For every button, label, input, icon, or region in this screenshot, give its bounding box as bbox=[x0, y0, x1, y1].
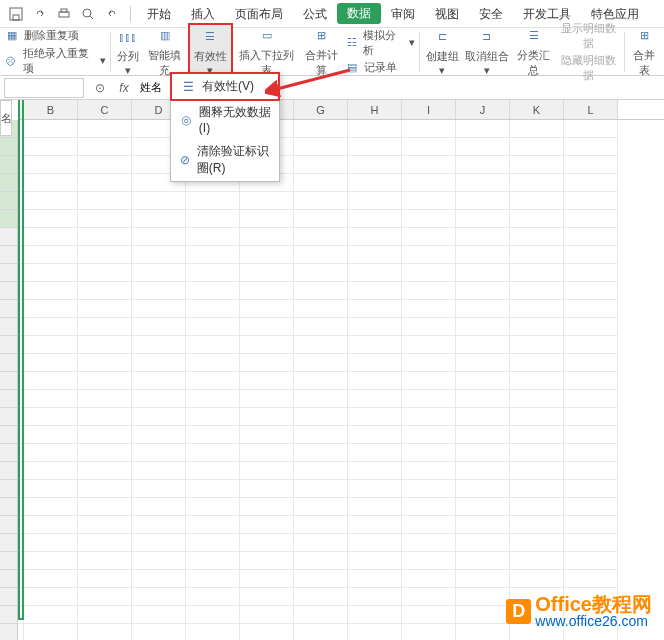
cell[interactable] bbox=[294, 588, 348, 606]
cell[interactable] bbox=[186, 300, 240, 318]
cell[interactable] bbox=[186, 516, 240, 534]
cell[interactable] bbox=[132, 246, 186, 264]
cell[interactable] bbox=[78, 156, 132, 174]
cell[interactable] bbox=[348, 138, 402, 156]
cell[interactable] bbox=[78, 624, 132, 640]
cell[interactable] bbox=[402, 156, 456, 174]
cell[interactable] bbox=[24, 372, 78, 390]
row-header[interactable] bbox=[0, 462, 18, 480]
cell[interactable] bbox=[564, 516, 618, 534]
cell[interactable] bbox=[240, 588, 294, 606]
cell[interactable] bbox=[348, 354, 402, 372]
cell[interactable] bbox=[24, 606, 78, 624]
cell[interactable] bbox=[78, 300, 132, 318]
cell[interactable] bbox=[294, 480, 348, 498]
cell[interactable] bbox=[564, 372, 618, 390]
cell[interactable] bbox=[402, 120, 456, 138]
cell[interactable] bbox=[402, 228, 456, 246]
cell[interactable] bbox=[402, 138, 456, 156]
cell[interactable] bbox=[132, 606, 186, 624]
cell[interactable] bbox=[294, 318, 348, 336]
cell[interactable] bbox=[78, 192, 132, 210]
cell[interactable] bbox=[510, 516, 564, 534]
cell[interactable] bbox=[564, 210, 618, 228]
cell[interactable] bbox=[456, 138, 510, 156]
cell[interactable] bbox=[240, 354, 294, 372]
tab-view[interactable]: 视图 bbox=[425, 0, 469, 28]
cell[interactable] bbox=[24, 570, 78, 588]
cell[interactable] bbox=[348, 156, 402, 174]
cell[interactable] bbox=[78, 318, 132, 336]
cell[interactable] bbox=[564, 174, 618, 192]
row-header[interactable] bbox=[0, 408, 18, 426]
cell[interactable] bbox=[294, 282, 348, 300]
cell[interactable] bbox=[294, 606, 348, 624]
cell[interactable] bbox=[294, 192, 348, 210]
cell[interactable] bbox=[510, 210, 564, 228]
cell[interactable] bbox=[348, 606, 402, 624]
row-header[interactable] bbox=[0, 588, 18, 606]
cell[interactable] bbox=[348, 534, 402, 552]
cell[interactable] bbox=[294, 210, 348, 228]
cell[interactable] bbox=[132, 624, 186, 640]
cell[interactable] bbox=[564, 264, 618, 282]
cell[interactable] bbox=[402, 570, 456, 588]
cell[interactable] bbox=[402, 174, 456, 192]
cell[interactable] bbox=[294, 354, 348, 372]
row-header[interactable] bbox=[0, 390, 18, 408]
cell[interactable] bbox=[186, 480, 240, 498]
cell[interactable] bbox=[348, 480, 402, 498]
cell[interactable] bbox=[24, 462, 78, 480]
cell[interactable] bbox=[510, 120, 564, 138]
cell[interactable] bbox=[186, 552, 240, 570]
cell[interactable] bbox=[78, 228, 132, 246]
cell[interactable] bbox=[186, 210, 240, 228]
row-header[interactable] bbox=[0, 354, 18, 372]
cell[interactable] bbox=[564, 318, 618, 336]
cell[interactable] bbox=[564, 120, 618, 138]
cell[interactable] bbox=[240, 480, 294, 498]
cell[interactable] bbox=[348, 462, 402, 480]
split-column-button[interactable]: ⫿⫿⫿ 分列▾ bbox=[115, 27, 142, 77]
cell[interactable] bbox=[24, 444, 78, 462]
cell[interactable] bbox=[564, 354, 618, 372]
cell[interactable] bbox=[78, 174, 132, 192]
cell[interactable] bbox=[186, 282, 240, 300]
cell[interactable] bbox=[78, 552, 132, 570]
cell[interactable] bbox=[186, 606, 240, 624]
cell[interactable] bbox=[510, 498, 564, 516]
cell[interactable] bbox=[294, 534, 348, 552]
cell[interactable] bbox=[78, 480, 132, 498]
cell[interactable] bbox=[78, 210, 132, 228]
cell[interactable] bbox=[132, 282, 186, 300]
row-header[interactable] bbox=[0, 228, 18, 246]
cell[interactable] bbox=[24, 480, 78, 498]
cell[interactable] bbox=[186, 372, 240, 390]
cell[interactable] bbox=[348, 336, 402, 354]
cell[interactable] bbox=[294, 138, 348, 156]
cell[interactable] bbox=[348, 624, 402, 640]
row-header[interactable] bbox=[0, 444, 18, 462]
row-header[interactable] bbox=[0, 336, 18, 354]
cell[interactable] bbox=[348, 174, 402, 192]
cell[interactable] bbox=[78, 390, 132, 408]
cell[interactable] bbox=[348, 498, 402, 516]
cell[interactable] bbox=[402, 516, 456, 534]
cell[interactable] bbox=[132, 336, 186, 354]
cell[interactable] bbox=[456, 498, 510, 516]
col-header-k[interactable]: K bbox=[510, 100, 564, 119]
row-header[interactable] bbox=[0, 570, 18, 588]
cell[interactable] bbox=[132, 534, 186, 552]
row-header[interactable] bbox=[0, 606, 18, 624]
cell[interactable] bbox=[348, 318, 402, 336]
cell[interactable] bbox=[240, 570, 294, 588]
cell[interactable] bbox=[132, 408, 186, 426]
cell[interactable] bbox=[186, 228, 240, 246]
cell[interactable] bbox=[78, 354, 132, 372]
cell[interactable] bbox=[294, 336, 348, 354]
cell[interactable] bbox=[294, 570, 348, 588]
cell[interactable] bbox=[186, 426, 240, 444]
cell[interactable] bbox=[348, 246, 402, 264]
reject-duplicates-button[interactable]: ⛒ 拒绝录入重复项 ▾ bbox=[4, 46, 106, 76]
cell[interactable] bbox=[348, 588, 402, 606]
